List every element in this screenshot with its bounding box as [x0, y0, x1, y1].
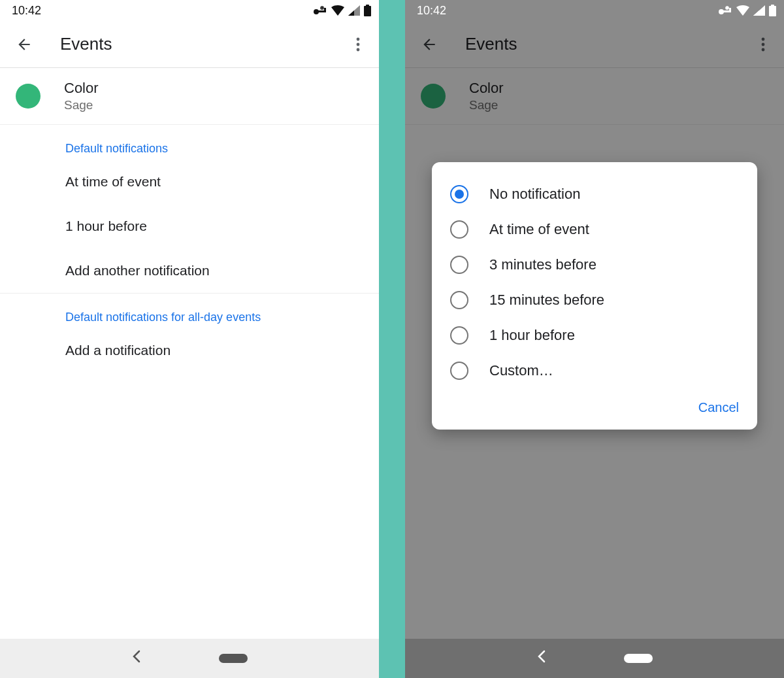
battery-icon	[769, 5, 776, 16]
notification-picker-dialog: No notificationAt time of event3 minutes…	[432, 162, 757, 430]
svg-rect-14	[727, 7, 728, 8]
dialog-option[interactable]: No notification	[432, 177, 757, 212]
svg-rect-11	[723, 10, 731, 12]
dialog-option[interactable]: 3 minutes before	[432, 247, 757, 282]
signal-icon	[753, 5, 765, 16]
notification-item[interactable]: 1 hour before	[0, 204, 379, 248]
signal-icon	[348, 5, 360, 16]
svg-rect-12	[729, 8, 731, 10]
more-vert-icon	[356, 37, 360, 52]
svg-rect-1	[318, 10, 326, 12]
status-bar: 10:42	[0, 0, 379, 21]
vpn-key-icon	[313, 6, 327, 15]
settings-section: Default notificationsAt time of event1 h…	[0, 125, 379, 294]
dialog-option[interactable]: At time of event	[432, 212, 757, 247]
dialog-option-label: Custom…	[489, 362, 553, 379]
back-button[interactable]	[16, 36, 42, 53]
dialog-option-label: 15 minutes before	[489, 292, 604, 309]
svg-rect-6	[366, 5, 369, 7]
arrow-back-icon	[16, 36, 33, 53]
radio-icon	[450, 220, 468, 239]
section-label: Default notifications for all-day events	[0, 294, 379, 328]
radio-icon	[450, 362, 468, 380]
dialog-option[interactable]: 1 hour before	[432, 318, 757, 353]
svg-rect-5	[364, 6, 371, 16]
wifi-icon	[736, 5, 749, 16]
radio-icon	[450, 326, 468, 345]
svg-point-0	[314, 9, 319, 14]
color-swatch-icon	[16, 84, 41, 109]
svg-rect-16	[771, 5, 774, 7]
app-bar: Events	[0, 21, 379, 68]
nav-back-icon[interactable]	[131, 650, 140, 667]
status-bar: 10:42	[405, 0, 784, 21]
modal-scrim[interactable]: No notificationAt time of event3 minutes…	[405, 0, 784, 678]
notification-item[interactable]: Add another notification	[0, 248, 379, 293]
settings-section: Default notifications for all-day events…	[0, 294, 379, 373]
dialog-option-label: No notification	[489, 186, 580, 203]
nav-bar	[405, 639, 784, 678]
battery-icon	[364, 5, 371, 16]
nav-back-icon[interactable]	[536, 650, 546, 667]
wifi-icon	[331, 5, 344, 16]
svg-point-7	[357, 37, 360, 41]
notification-item[interactable]: Add a notification	[0, 328, 379, 373]
cancel-button[interactable]: Cancel	[698, 400, 739, 415]
screen-right: 10:42 Events Color Sage	[405, 0, 784, 678]
nav-home-pill[interactable]	[624, 654, 653, 663]
svg-rect-4	[321, 7, 323, 8]
dialog-option[interactable]: Custom…	[432, 353, 757, 388]
dialog-option[interactable]: 15 minutes before	[432, 282, 757, 318]
color-value: Sage	[64, 98, 99, 112]
page-title: Events	[42, 34, 345, 54]
nav-bar	[0, 639, 379, 678]
overflow-button[interactable]	[345, 37, 371, 52]
status-icons	[718, 5, 776, 16]
radio-icon	[450, 185, 468, 203]
radio-icon	[450, 291, 468, 309]
status-time: 10:42	[12, 4, 41, 18]
content: Color Sage Default notificationsAt time …	[0, 68, 379, 639]
svg-point-10	[719, 9, 724, 14]
color-setting[interactable]: Color Sage	[0, 68, 379, 125]
svg-point-8	[357, 42, 360, 46]
notification-item[interactable]: At time of event	[0, 160, 379, 204]
nav-home-pill[interactable]	[219, 654, 248, 663]
vpn-key-icon	[718, 6, 732, 15]
section-label: Default notifications	[0, 125, 379, 160]
dialog-option-label: 3 minutes before	[489, 256, 596, 273]
status-time: 10:42	[417, 4, 446, 18]
dialog-option-label: 1 hour before	[489, 327, 575, 344]
radio-icon	[450, 256, 468, 274]
color-label: Color	[64, 80, 99, 97]
svg-point-9	[357, 48, 360, 51]
svg-rect-15	[769, 6, 776, 16]
dialog-option-label: At time of event	[489, 221, 589, 238]
screen-left: 10:42 Events Color Sage	[0, 0, 379, 678]
status-icons	[313, 5, 371, 16]
svg-rect-2	[324, 8, 326, 10]
